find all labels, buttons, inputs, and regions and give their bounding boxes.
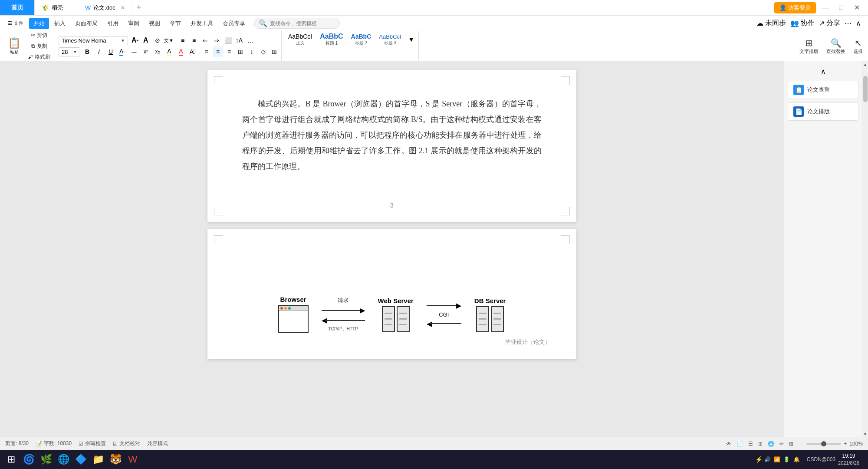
show-desktop-button[interactable] [862, 452, 865, 467]
italic-button[interactable]: I [94, 46, 104, 57]
taskbar-app-1[interactable]: 🌀 [21, 452, 36, 467]
find-replace-button[interactable]: 🔍 查找替换 [824, 36, 848, 56]
new-tab-button[interactable]: + [132, 0, 146, 15]
indent-decrease-button[interactable]: ⇐ [200, 35, 210, 46]
page-width-button[interactable]: ⊞ [789, 441, 793, 447]
tab-close-icon[interactable]: ✕ [121, 5, 125, 11]
style-h1-button[interactable]: AaBbC 标题 1 [317, 31, 346, 48]
format-painter-button[interactable]: 🖌 格式刷 [25, 52, 53, 62]
textbox-button[interactable]: A⃞ [187, 46, 198, 57]
font-name-selector[interactable]: Times New Roma ▼ [59, 36, 128, 45]
font-more-button[interactable]: 文▼ [164, 35, 174, 46]
scrollbar-thumb[interactable] [863, 76, 868, 102]
style-h3-button[interactable]: AaBbCcI 标题 3 [376, 32, 404, 47]
sort-button[interactable]: ↕A [234, 35, 244, 46]
tab-doc[interactable]: W 论文.doc ✕ [78, 0, 132, 15]
doc-check-toggle[interactable]: ☑ 文档校对 [113, 440, 140, 447]
line-spacing-button[interactable]: ↕ [247, 46, 257, 57]
maximize-button[interactable]: □ [835, 2, 847, 14]
compat-mode-indicator[interactable]: 兼容模式 [147, 440, 168, 447]
menu-insert[interactable]: 插入 [50, 18, 70, 29]
eye-view-button[interactable]: 👁 [726, 441, 731, 447]
taskbar-app-6[interactable]: 🐯 [108, 452, 123, 467]
style-normal-button[interactable]: AaBbCcI 正文 [285, 32, 315, 47]
columns-view-button[interactable]: ⊞ [758, 441, 763, 447]
font-grow-button[interactable]: A+ [130, 35, 140, 46]
subscript-button[interactable]: x₂ [152, 46, 163, 57]
taskbar-app-7[interactable]: W [125, 452, 141, 467]
web-view-button[interactable]: 🌐 [768, 441, 774, 447]
strikethrough-button[interactable]: — [129, 46, 139, 57]
copy-button[interactable]: ⧉ 复制 [25, 41, 53, 51]
document-area[interactable]: 模式的兴起。B 是 Brower（浏览器）的首字母，S 是 Server（服务器… [0, 61, 784, 437]
collapse-button[interactable]: ∧ [856, 19, 861, 27]
page-info[interactable]: 页面: 8/30 [5, 440, 29, 447]
special-char-button[interactable]: … [245, 35, 256, 46]
menu-review[interactable]: 审阅 [124, 18, 144, 29]
list-ordered-button[interactable]: ≡ [189, 35, 199, 46]
sync-button[interactable]: ☁ 未同步 [756, 19, 786, 28]
edit-mode-button[interactable]: ✏ [779, 441, 784, 447]
clear-format-button[interactable]: ⊘ [152, 35, 163, 46]
scroll-down-button[interactable]: ▼ [862, 431, 868, 437]
align-left-button[interactable]: ≡ [201, 46, 212, 57]
scrollbar-track[interactable] [862, 67, 868, 431]
layout-button[interactable]: ⬜ [223, 35, 233, 46]
word-count[interactable]: 📝 字数: 10030 [36, 440, 72, 447]
search-area[interactable]: 🔍 [254, 18, 340, 29]
font-color-button[interactable]: A - [117, 46, 128, 57]
menu-chapter[interactable]: 章节 [165, 18, 185, 29]
menu-view[interactable]: 视图 [145, 18, 164, 29]
indent-increase-button[interactable]: ⇒ [211, 35, 222, 46]
scroll-up-button[interactable]: ▲ [862, 61, 868, 67]
close-button[interactable]: ✕ [851, 2, 863, 14]
menu-home[interactable]: 开始 [29, 18, 49, 29]
font-size-selector[interactable]: 28 ▼ [59, 47, 80, 56]
superscript-button[interactable]: x² [141, 46, 151, 57]
text-layout-button[interactable]: ⊞ 文字排版 [797, 36, 821, 56]
style-h2-button[interactable]: AaBbC 标题 2 [348, 32, 375, 47]
align-justify-button[interactable]: ⊞ [235, 46, 246, 57]
tab-home[interactable]: 首页 [0, 0, 35, 15]
taskbar-app-4[interactable]: 🔷 [73, 452, 89, 467]
spell-check-toggle[interactable]: ☑ 拼写检查 [79, 440, 106, 447]
visitor-login-button[interactable]: 👤 访客登录 [774, 2, 816, 13]
right-scrollbar[interactable]: ▲ ▼ [862, 61, 868, 437]
cut-button[interactable]: ✂ 剪切 [25, 30, 53, 40]
more-button[interactable]: ⋯ [845, 19, 852, 27]
styles-dropdown-button[interactable]: ▼ [406, 34, 417, 45]
menu-reference[interactable]: 引用 [103, 18, 123, 29]
zoom-in-button[interactable]: + [844, 441, 847, 447]
taskbar-app-5[interactable]: 📁 [90, 452, 106, 467]
search-input[interactable] [270, 20, 335, 26]
font-color2-button[interactable]: A [176, 46, 186, 57]
menu-member[interactable]: 会员专享 [218, 18, 250, 29]
zoom-out-button[interactable]: — [799, 441, 804, 447]
zoom-thumb[interactable] [821, 441, 826, 446]
paste-button[interactable]: 📋 粘贴 [4, 35, 24, 57]
taskbar-app-2[interactable]: 🌿 [38, 452, 54, 467]
underline-button[interactable]: U [105, 46, 116, 57]
list-unordered-button[interactable]: ≡ [178, 35, 188, 46]
collab-button[interactable]: 👥 协作 [790, 19, 815, 28]
font-shrink-button[interactable]: A- [141, 35, 151, 46]
highlight-button[interactable]: A [164, 46, 174, 57]
share-button[interactable]: ↗ 分享 [819, 19, 840, 28]
menu-expand-button[interactable]: ☰ 文件 [5, 19, 26, 28]
taskbar-app-3[interactable]: 🌐 [56, 452, 71, 467]
paper-check-button[interactable]: 📋 论文查重 [788, 81, 858, 99]
menu-devtools[interactable]: 开发工具 [186, 18, 217, 29]
zoom-area[interactable]: — + 100% [799, 441, 863, 447]
align-right-button[interactable]: ≡ [224, 46, 234, 57]
minimize-button[interactable]: — [819, 2, 832, 14]
file-menu-item[interactable]: 文件 [14, 20, 23, 26]
side-panel-expand[interactable]: ∧ [788, 66, 858, 77]
bold-button[interactable]: B [82, 46, 92, 57]
start-button[interactable]: ⊞ [3, 452, 19, 467]
tab-app[interactable]: 🌾 稻壳 [35, 0, 78, 15]
paper-format-button[interactable]: 📄 论文排版 [788, 102, 858, 121]
outline-view-button[interactable]: ☰ [748, 441, 753, 447]
doc-view-button[interactable]: 📄 [736, 441, 743, 447]
table-button[interactable]: ⊞ [269, 46, 279, 57]
menu-layout[interactable]: 页面布局 [71, 18, 102, 29]
